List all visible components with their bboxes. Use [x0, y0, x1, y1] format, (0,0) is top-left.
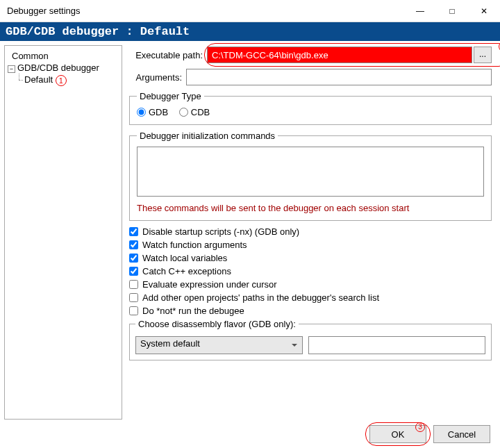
subheader: GDB/CDB debugger : Default — [0, 22, 500, 41]
close-button[interactable]: ✕ — [468, 0, 500, 22]
tree-item-common[interactable]: Common — [12, 51, 49, 61]
checkbox-row-4[interactable]: Evaluate expression under cursor — [129, 279, 492, 290]
debugger-type-legend: Debugger Type — [137, 91, 204, 101]
checkbox-label-2: Watch local variables — [142, 253, 227, 263]
checkbox-row-2[interactable]: Watch local variables — [129, 253, 492, 263]
annotation-3: 3 — [415, 422, 425, 432]
disasm-select[interactable]: System default — [135, 336, 303, 354]
disasm-legend: Choose disassembly flavor (GDB only): — [135, 319, 299, 329]
window-title: Debugger settings — [7, 6, 404, 16]
checkbox-row-3[interactable]: Catch C++ exceptions — [129, 266, 492, 276]
checkbox-3[interactable] — [129, 267, 138, 276]
disasm-custom-input[interactable] — [308, 336, 485, 354]
checkbox-label-5: Add other open projects' paths in the de… — [142, 292, 379, 303]
annotation-1: 1 — [56, 75, 67, 86]
arguments-input[interactable] — [186, 69, 492, 85]
checkbox-label-1: Watch function arguments — [142, 240, 247, 250]
checkbox-2[interactable] — [129, 254, 138, 263]
checkbox-label-6: Do *not* run the debugee — [142, 306, 244, 316]
tree-collapse-icon[interactable]: − — [8, 65, 15, 73]
checkbox-4[interactable] — [129, 280, 138, 289]
exec-path-label: Executable path: — [129, 50, 207, 60]
settings-tree[interactable]: Common −GDB/CDB debugger Default 1 — [4, 45, 122, 420]
radio-cdb[interactable]: CDB — [179, 107, 210, 117]
checkbox-label-4: Evaluate expression under cursor — [142, 279, 277, 290]
checkbox-row-1[interactable]: Watch function arguments — [129, 240, 492, 250]
browse-button[interactable]: ... — [474, 47, 492, 63]
checkbox-6[interactable] — [129, 306, 138, 315]
radio-gdb[interactable]: GDB — [137, 107, 168, 117]
checkbox-row-5[interactable]: Add other open projects' paths in the de… — [129, 292, 492, 303]
init-cmds-hint: These commands will be sent to the debug… — [137, 203, 484, 213]
cancel-button[interactable]: Cancel — [433, 425, 490, 443]
checkbox-0[interactable] — [129, 227, 138, 236]
arguments-label: Arguments: — [129, 72, 186, 83]
checkbox-label-0: Disable startup scripts (-nx) (GDB only) — [142, 226, 299, 237]
init-cmds-textarea[interactable] — [137, 147, 484, 197]
minimize-button[interactable]: — — [404, 0, 436, 22]
checkbox-row-6[interactable]: Do *not* run the debugee — [129, 306, 492, 316]
checkbox-1[interactable] — [129, 240, 138, 249]
tree-item-gdbcdb[interactable]: GDB/CDB debugger — [17, 63, 99, 73]
checkbox-row-0[interactable]: Disable startup scripts (-nx) (GDB only) — [129, 226, 492, 237]
checkbox-label-3: Catch C++ exceptions — [142, 266, 231, 276]
maximize-button[interactable]: □ — [436, 0, 468, 22]
exec-path-input[interactable] — [207, 47, 472, 63]
tree-item-default[interactable]: Default — [24, 74, 53, 85]
init-cmds-legend: Debugger initialization commands — [137, 131, 278, 141]
checkbox-5[interactable] — [129, 293, 138, 302]
